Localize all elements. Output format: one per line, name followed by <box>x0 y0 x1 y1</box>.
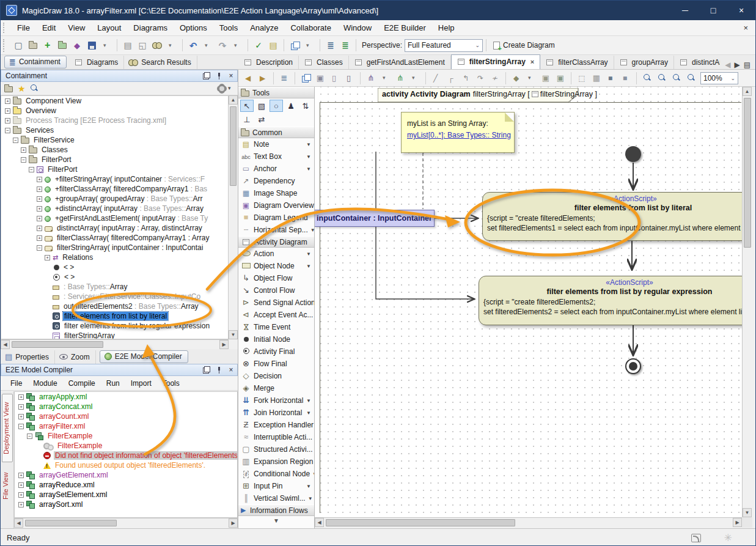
containment-tree-item[interactable]: −FilterPort <box>1 155 228 164</box>
line-oblique-icon[interactable]: ╱ <box>430 71 443 86</box>
menu-collaborate[interactable]: Collaborate <box>284 21 337 35</box>
containment-tree-item[interactable]: −FilterService <box>1 135 228 145</box>
tree-expander[interactable]: + <box>18 482 24 488</box>
containment-tree-item[interactable]: filterStringArray <box>1 331 228 339</box>
line-rect-icon[interactable]: ┌ <box>444 71 458 86</box>
print-icon[interactable]: ▤ <box>121 38 134 53</box>
copy-style-icon[interactable]: ▣ <box>554 71 567 86</box>
containment-tree-item[interactable]: −filterStringArray( inputContainer : Inp… <box>1 243 228 253</box>
palette-item-initial-node[interactable]: Initial Node <box>238 333 314 345</box>
perspective-select[interactable]: Full Featured ⌄ <box>405 39 483 52</box>
compiler-menu-tools[interactable]: Tools <box>158 377 185 389</box>
tab-list-icon[interactable]: ▤ <box>744 61 750 69</box>
containment-tree-item[interactable]: +distinctArray( inputArray : Array, dist… <box>1 223 228 233</box>
collaboration-status-icon[interactable] <box>691 534 701 542</box>
delete-model-icon[interactable]: ▯ <box>343 71 356 86</box>
find-icon[interactable] <box>150 38 164 53</box>
close-button[interactable]: × <box>727 1 755 20</box>
containment-tree-item[interactable]: filter elements from list by regular exp… <box>1 321 228 331</box>
palette-item-image-shape[interactable]: ▦Image Shape <box>238 187 314 199</box>
swap-tool[interactable]: ⇄ <box>255 113 268 125</box>
close-panel-icon[interactable] <box>227 72 235 79</box>
open-model-icon[interactable] <box>56 38 69 53</box>
compiler-menu-file[interactable]: File <box>6 377 27 389</box>
tree-expander[interactable]: + <box>45 255 50 260</box>
tab-filterstringarray[interactable]: filterStringArray× <box>451 54 540 69</box>
settings-gear-icon[interactable] <box>218 85 226 92</box>
tree-expander[interactable]: − <box>21 157 26 163</box>
action-filter-by-literal[interactable]: «ActionScript» filter elements from list… <box>482 192 742 241</box>
diagram-note[interactable]: myList is an String Array: myList[0..*]:… <box>401 112 515 153</box>
tree-expander[interactable]: − <box>18 424 24 429</box>
compiler-tree-item[interactable]: Did not find object information of objec… <box>15 451 237 460</box>
palette-item-flow-final[interactable]: ⊗Flow Final <box>238 358 314 370</box>
line-curve-icon[interactable]: ↷ <box>474 71 487 86</box>
layout-icon[interactable]: ⋔ <box>364 71 378 86</box>
palette-item-merge[interactable]: ◈Merge <box>238 382 314 394</box>
save-icon[interactable] <box>85 38 98 53</box>
compiler-tree-item[interactable]: FilterExample <box>15 441 237 451</box>
dropdown[interactable]: ▾ <box>230 38 244 53</box>
copy-icon[interactable] <box>299 71 312 86</box>
search-icon[interactable] <box>31 84 39 92</box>
tree-expander[interactable]: + <box>37 196 42 202</box>
tree-expander[interactable]: + <box>5 118 10 124</box>
palette-item-horizontal-sep-[interactable]: ┄Horizontal Sep...▼ <box>238 224 314 236</box>
tree-expander[interactable]: + <box>21 147 26 153</box>
profile-icon[interactable]: ◆ <box>70 38 84 53</box>
tree-expander[interactable]: + <box>37 235 42 241</box>
compiler-horizontal-scrollbar[interactable]: ◀ ▶ <box>14 518 238 528</box>
palette-item-object-node[interactable]: Object Node▼ <box>238 260 314 272</box>
tab-file-view[interactable]: File View <box>2 468 13 504</box>
resize-icon[interactable]: ⬚ <box>575 71 589 86</box>
palette-section-tools[interactable]: Tools <box>238 87 314 98</box>
grid-icon[interactable]: ▦ <box>590 71 603 86</box>
tree-expander[interactable]: − <box>13 138 18 143</box>
menu-diagrams[interactable]: Diagrams <box>127 21 174 35</box>
tree-expander[interactable]: + <box>5 98 10 104</box>
tab-grouparray[interactable]: groupArray <box>614 56 674 69</box>
zoom-plus-icon[interactable] <box>670 71 683 86</box>
zoom-fit-icon[interactable] <box>655 71 669 86</box>
select-tool[interactable]: ↖ <box>240 100 254 112</box>
compiler-tree-item[interactable]: +arraySort.xml <box>15 500 237 509</box>
float-panel-icon[interactable] <box>203 72 210 79</box>
chevron-down-icon[interactable]: ▼ <box>312 471 314 477</box>
delete-icon[interactable]: ▯ <box>328 71 342 86</box>
compiler-tree-item[interactable]: +arrayApply.xml <box>15 392 237 402</box>
style-icon[interactable]: ◆ <box>510 71 523 86</box>
palette-item-vertical-swiml-[interactable]: ║Vertical Swiml...▼ <box>238 492 314 504</box>
dropdown[interactable]: ▾ <box>100 38 113 53</box>
tab-diagrams[interactable]: Diagrams <box>69 56 124 69</box>
tab-properties[interactable]: ▤Properties <box>1 350 55 364</box>
palette-item-text-box[interactable]: abcText Box▼ <box>238 150 314 163</box>
tab-scroll-right-icon[interactable]: ▶ <box>734 61 739 69</box>
sticky-oval-tool[interactable]: ○ <box>270 100 283 112</box>
pin-panel-icon[interactable] <box>215 366 222 374</box>
containment-tree-item[interactable]: filter elements from list by literal <box>1 311 228 321</box>
compiler-tree-item[interactable]: −FilterExample <box>15 431 237 441</box>
palette-item-diagram-overview[interactable]: ▣Diagram Overview <box>238 199 314 212</box>
palette-item-input-pin[interactable]: ⊞Input Pin▼ <box>238 480 314 492</box>
palette-item-action[interactable]: Action▼ <box>238 248 314 260</box>
chevron-down-icon[interactable]: ▼ <box>306 398 313 404</box>
dropdown[interactable]: ▾ <box>408 71 422 86</box>
zoom-level-select[interactable]: 100% ⌄ <box>700 72 738 84</box>
forward-icon[interactable]: ▶ <box>256 71 270 86</box>
activity-final-node[interactable] <box>625 358 641 374</box>
containment-icon[interactable]: ≣ <box>277 71 291 86</box>
initial-node[interactable] <box>625 146 641 162</box>
line-bent-icon[interactable]: ↰ <box>459 71 472 86</box>
tab-distinctarray[interactable]: distinctArray <box>674 56 720 69</box>
tab-zoom[interactable]: Zoom <box>55 350 96 364</box>
containment-tree-item[interactable]: out filteredElements2 : Base Types::Arra… <box>1 301 228 311</box>
palette-item-expansion-region[interactable]: ▥Expansion Region <box>238 456 314 468</box>
compiler-tree-item[interactable]: −arrayFilter.xml <box>15 421 237 431</box>
stamp-tool[interactable]: ♟ <box>284 100 298 112</box>
containment-tree-item[interactable]: +Overview <box>1 106 228 116</box>
dropdown[interactable]: ▾ <box>379 71 392 86</box>
containment-tree-item[interactable]: +⇄Relations <box>1 253 228 262</box>
spelling-icon[interactable]: ✓ <box>252 38 265 53</box>
tree-expander[interactable]: + <box>37 186 42 192</box>
palette-section-information-flows[interactable]: ▶Information Flows <box>238 504 314 516</box>
